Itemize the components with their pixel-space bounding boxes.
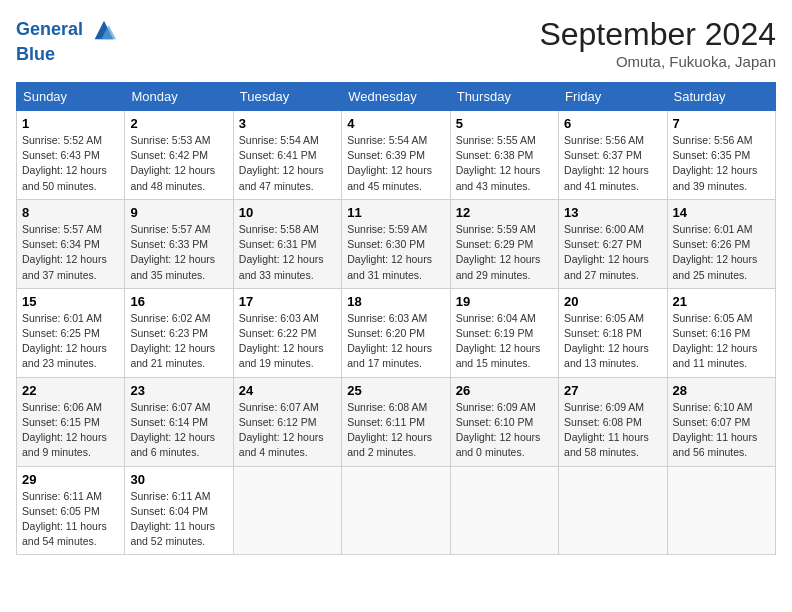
calendar-cell: 2Sunrise: 5:53 AM Sunset: 6:42 PM Daylig… (125, 111, 233, 200)
day-number: 13 (564, 205, 661, 220)
weekday-header-friday: Friday (559, 83, 667, 111)
day-info: Sunrise: 6:05 AM Sunset: 6:16 PM Dayligh… (673, 311, 770, 372)
calendar-cell: 29Sunrise: 6:11 AM Sunset: 6:05 PM Dayli… (17, 466, 125, 555)
logo: General Blue (16, 16, 118, 66)
day-number: 22 (22, 383, 119, 398)
calendar-cell (667, 466, 775, 555)
calendar-cell: 25Sunrise: 6:08 AM Sunset: 6:11 PM Dayli… (342, 377, 450, 466)
calendar-cell: 26Sunrise: 6:09 AM Sunset: 6:10 PM Dayli… (450, 377, 558, 466)
day-number: 11 (347, 205, 444, 220)
calendar-week-row: 15Sunrise: 6:01 AM Sunset: 6:25 PM Dayli… (17, 288, 776, 377)
calendar-cell: 20Sunrise: 6:05 AM Sunset: 6:18 PM Dayli… (559, 288, 667, 377)
logo-blue-text: Blue (16, 44, 118, 66)
day-number: 18 (347, 294, 444, 309)
day-number: 28 (673, 383, 770, 398)
day-number: 6 (564, 116, 661, 131)
weekday-header-thursday: Thursday (450, 83, 558, 111)
day-info: Sunrise: 6:07 AM Sunset: 6:12 PM Dayligh… (239, 400, 336, 461)
month-title: September 2024 (539, 16, 776, 53)
day-number: 8 (22, 205, 119, 220)
calendar-cell: 10Sunrise: 5:58 AM Sunset: 6:31 PM Dayli… (233, 199, 341, 288)
logo-icon (90, 16, 118, 44)
day-info: Sunrise: 6:11 AM Sunset: 6:04 PM Dayligh… (130, 489, 227, 550)
day-info: Sunrise: 6:02 AM Sunset: 6:23 PM Dayligh… (130, 311, 227, 372)
day-number: 20 (564, 294, 661, 309)
calendar-cell: 23Sunrise: 6:07 AM Sunset: 6:14 PM Dayli… (125, 377, 233, 466)
calendar-cell: 6Sunrise: 5:56 AM Sunset: 6:37 PM Daylig… (559, 111, 667, 200)
day-number: 15 (22, 294, 119, 309)
calendar-cell: 17Sunrise: 6:03 AM Sunset: 6:22 PM Dayli… (233, 288, 341, 377)
day-number: 1 (22, 116, 119, 131)
day-number: 30 (130, 472, 227, 487)
page-header: General Blue September 2024 Omuta, Fukuo… (16, 16, 776, 70)
calendar-cell (450, 466, 558, 555)
day-info: Sunrise: 6:10 AM Sunset: 6:07 PM Dayligh… (673, 400, 770, 461)
calendar-cell: 22Sunrise: 6:06 AM Sunset: 6:15 PM Dayli… (17, 377, 125, 466)
day-info: Sunrise: 6:03 AM Sunset: 6:22 PM Dayligh… (239, 311, 336, 372)
calendar-cell: 28Sunrise: 6:10 AM Sunset: 6:07 PM Dayli… (667, 377, 775, 466)
calendar-cell: 15Sunrise: 6:01 AM Sunset: 6:25 PM Dayli… (17, 288, 125, 377)
day-info: Sunrise: 5:58 AM Sunset: 6:31 PM Dayligh… (239, 222, 336, 283)
calendar-cell: 21Sunrise: 6:05 AM Sunset: 6:16 PM Dayli… (667, 288, 775, 377)
calendar-cell: 27Sunrise: 6:09 AM Sunset: 6:08 PM Dayli… (559, 377, 667, 466)
logo-text: General (16, 16, 118, 44)
calendar-table: SundayMondayTuesdayWednesdayThursdayFrid… (16, 82, 776, 555)
calendar-cell (559, 466, 667, 555)
calendar-week-row: 29Sunrise: 6:11 AM Sunset: 6:05 PM Dayli… (17, 466, 776, 555)
day-number: 4 (347, 116, 444, 131)
day-number: 21 (673, 294, 770, 309)
calendar-cell: 16Sunrise: 6:02 AM Sunset: 6:23 PM Dayli… (125, 288, 233, 377)
day-info: Sunrise: 6:01 AM Sunset: 6:25 PM Dayligh… (22, 311, 119, 372)
calendar-cell: 18Sunrise: 6:03 AM Sunset: 6:20 PM Dayli… (342, 288, 450, 377)
day-info: Sunrise: 5:54 AM Sunset: 6:39 PM Dayligh… (347, 133, 444, 194)
day-info: Sunrise: 6:07 AM Sunset: 6:14 PM Dayligh… (130, 400, 227, 461)
day-info: Sunrise: 6:09 AM Sunset: 6:10 PM Dayligh… (456, 400, 553, 461)
day-number: 7 (673, 116, 770, 131)
day-number: 14 (673, 205, 770, 220)
day-number: 9 (130, 205, 227, 220)
day-info: Sunrise: 6:06 AM Sunset: 6:15 PM Dayligh… (22, 400, 119, 461)
calendar-cell: 8Sunrise: 5:57 AM Sunset: 6:34 PM Daylig… (17, 199, 125, 288)
day-info: Sunrise: 6:04 AM Sunset: 6:19 PM Dayligh… (456, 311, 553, 372)
day-number: 29 (22, 472, 119, 487)
calendar-cell: 5Sunrise: 5:55 AM Sunset: 6:38 PM Daylig… (450, 111, 558, 200)
day-number: 26 (456, 383, 553, 398)
calendar-cell: 12Sunrise: 5:59 AM Sunset: 6:29 PM Dayli… (450, 199, 558, 288)
calendar-cell: 19Sunrise: 6:04 AM Sunset: 6:19 PM Dayli… (450, 288, 558, 377)
day-number: 23 (130, 383, 227, 398)
location: Omuta, Fukuoka, Japan (539, 53, 776, 70)
day-number: 12 (456, 205, 553, 220)
title-block: September 2024 Omuta, Fukuoka, Japan (539, 16, 776, 70)
calendar-week-row: 22Sunrise: 6:06 AM Sunset: 6:15 PM Dayli… (17, 377, 776, 466)
day-number: 2 (130, 116, 227, 131)
day-info: Sunrise: 6:09 AM Sunset: 6:08 PM Dayligh… (564, 400, 661, 461)
calendar-week-row: 8Sunrise: 5:57 AM Sunset: 6:34 PM Daylig… (17, 199, 776, 288)
calendar-cell: 9Sunrise: 5:57 AM Sunset: 6:33 PM Daylig… (125, 199, 233, 288)
day-info: Sunrise: 6:01 AM Sunset: 6:26 PM Dayligh… (673, 222, 770, 283)
calendar-cell: 24Sunrise: 6:07 AM Sunset: 6:12 PM Dayli… (233, 377, 341, 466)
day-number: 10 (239, 205, 336, 220)
calendar-week-row: 1Sunrise: 5:52 AM Sunset: 6:43 PM Daylig… (17, 111, 776, 200)
day-number: 17 (239, 294, 336, 309)
calendar-cell: 14Sunrise: 6:01 AM Sunset: 6:26 PM Dayli… (667, 199, 775, 288)
weekday-header-saturday: Saturday (667, 83, 775, 111)
weekday-header-wednesday: Wednesday (342, 83, 450, 111)
calendar-cell: 7Sunrise: 5:56 AM Sunset: 6:35 PM Daylig… (667, 111, 775, 200)
weekday-header-sunday: Sunday (17, 83, 125, 111)
day-info: Sunrise: 5:59 AM Sunset: 6:29 PM Dayligh… (456, 222, 553, 283)
day-info: Sunrise: 6:03 AM Sunset: 6:20 PM Dayligh… (347, 311, 444, 372)
day-info: Sunrise: 5:53 AM Sunset: 6:42 PM Dayligh… (130, 133, 227, 194)
day-number: 16 (130, 294, 227, 309)
day-info: Sunrise: 5:52 AM Sunset: 6:43 PM Dayligh… (22, 133, 119, 194)
calendar-cell: 30Sunrise: 6:11 AM Sunset: 6:04 PM Dayli… (125, 466, 233, 555)
day-number: 24 (239, 383, 336, 398)
weekday-header-monday: Monday (125, 83, 233, 111)
day-info: Sunrise: 6:11 AM Sunset: 6:05 PM Dayligh… (22, 489, 119, 550)
day-info: Sunrise: 6:05 AM Sunset: 6:18 PM Dayligh… (564, 311, 661, 372)
day-info: Sunrise: 6:00 AM Sunset: 6:27 PM Dayligh… (564, 222, 661, 283)
day-number: 27 (564, 383, 661, 398)
day-info: Sunrise: 5:56 AM Sunset: 6:35 PM Dayligh… (673, 133, 770, 194)
day-info: Sunrise: 5:55 AM Sunset: 6:38 PM Dayligh… (456, 133, 553, 194)
day-number: 5 (456, 116, 553, 131)
day-info: Sunrise: 5:57 AM Sunset: 6:33 PM Dayligh… (130, 222, 227, 283)
